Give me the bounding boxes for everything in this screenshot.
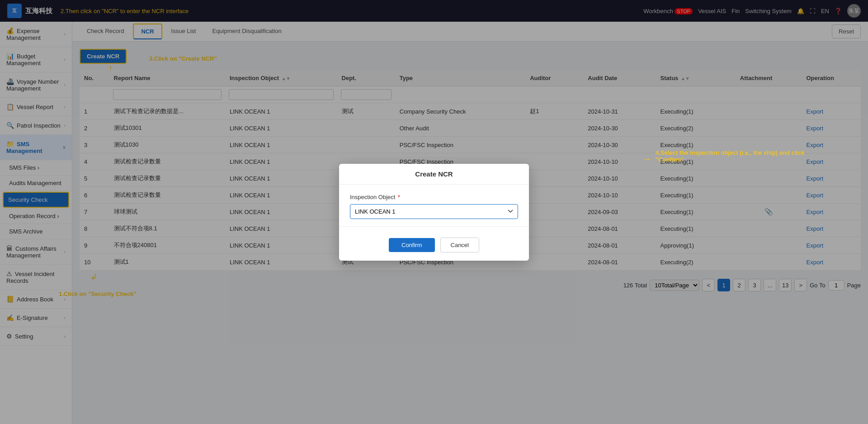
modal-body: Inspection Object * LINK OCEAN 1 LINK OC… bbox=[339, 185, 529, 224]
modal-divider bbox=[339, 226, 529, 227]
modal-footer: Confirm Cancel bbox=[339, 231, 529, 261]
cancel-button[interactable]: Cancel bbox=[440, 238, 479, 252]
tutorial-step4-label: 4.Select the inspection object (i.e., th… bbox=[656, 149, 827, 163]
inspection-object-select[interactable]: LINK OCEAN 1 LINK OCEAN 2 LINK OCEAN 3 bbox=[350, 204, 518, 219]
modal-title: Create NCR bbox=[339, 164, 529, 185]
tutorial-arrow4: → bbox=[642, 154, 651, 164]
required-mark: * bbox=[398, 194, 400, 200]
modal-overlay: Create NCR Inspection Object * LINK OCEA… bbox=[0, 0, 868, 424]
modal-field-label: Inspection Object * bbox=[350, 194, 518, 200]
confirm-button[interactable]: Confirm bbox=[389, 238, 435, 252]
create-ncr-modal: Create NCR Inspection Object * LINK OCEA… bbox=[339, 164, 529, 261]
